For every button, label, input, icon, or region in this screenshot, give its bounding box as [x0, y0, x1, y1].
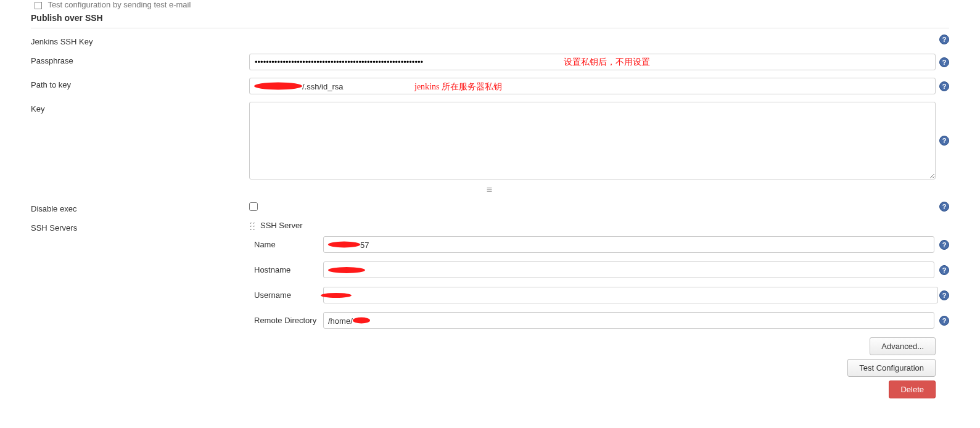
partial-top-text: Test configuration by sending test e-mai…	[31, 0, 949, 9]
path-to-key-input[interactable]	[249, 78, 936, 94]
section-title-publish-over-ssh: Publish over SSH	[31, 13, 949, 23]
help-icon[interactable]: ?	[939, 316, 949, 326]
help-icon[interactable]: ?	[939, 290, 949, 300]
drag-grip-icon[interactable]	[249, 221, 255, 230]
ssh-username-label: Username	[249, 290, 323, 300]
help-icon[interactable]: ?	[939, 57, 949, 67]
ssh-server-header: SSH Server	[260, 221, 303, 230]
ssh-name-label: Name	[249, 240, 323, 249]
ssh-remote-dir-input[interactable]	[323, 312, 934, 329]
help-icon[interactable]: ?	[939, 240, 949, 250]
top-partial-label: Test configuration by sending test e-mai…	[47, 0, 191, 9]
ssh-hostname-label: Hostname	[249, 265, 323, 274]
advanced-button[interactable]: Advanced...	[870, 337, 936, 355]
section-divider	[31, 28, 949, 28]
checkbox-icon	[35, 2, 42, 9]
help-icon[interactable]: ?	[939, 202, 949, 212]
ssh-remote-dir-label: Remote Directory	[249, 316, 323, 325]
help-icon[interactable]: ?	[939, 35, 949, 44]
ssh-servers-label: SSH Servers	[31, 221, 249, 233]
key-textarea[interactable]	[249, 102, 936, 179]
jenkins-ssh-key-label: Jenkins SSH Key	[31, 35, 249, 46]
ssh-name-input[interactable]	[323, 236, 934, 253]
disable-exec-label: Disable exec	[31, 202, 249, 213]
key-label: Key	[31, 102, 249, 113]
path-to-key-label: Path to key	[31, 78, 249, 89]
passphrase-input[interactable]	[249, 54, 936, 70]
delete-button[interactable]: Delete	[889, 381, 936, 398]
disable-exec-checkbox[interactable]	[249, 202, 258, 211]
ssh-username-input[interactable]	[323, 287, 938, 303]
help-icon[interactable]: ?	[939, 81, 949, 91]
help-icon[interactable]: ?	[939, 265, 949, 275]
ssh-hostname-input[interactable]	[323, 261, 934, 278]
passphrase-label: Passphrase	[31, 54, 249, 65]
test-configuration-button[interactable]: Test Configuration	[847, 359, 936, 377]
resize-grip-icon[interactable]: ≡	[472, 184, 509, 195]
help-icon[interactable]: ?	[939, 136, 949, 146]
